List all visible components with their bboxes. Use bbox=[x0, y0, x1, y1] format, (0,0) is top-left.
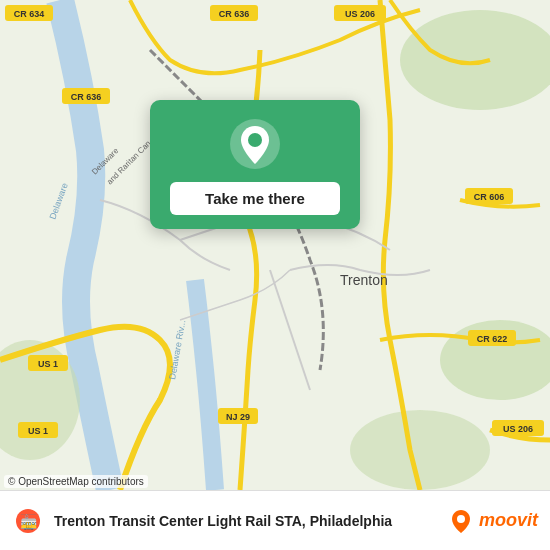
svg-text:CR 636: CR 636 bbox=[71, 92, 102, 102]
svg-text:CR 606: CR 606 bbox=[474, 192, 505, 202]
map-background: Delaware Delaware Riv... CR 634 CR 636 C… bbox=[0, 0, 550, 490]
svg-point-34 bbox=[457, 515, 465, 523]
moovit-brand-icon bbox=[447, 507, 475, 535]
moovit-brand-text: moovit bbox=[479, 510, 538, 531]
moovit-logo: moovit bbox=[447, 507, 538, 535]
bottom-bar: 🚋 Trenton Transit Center Light Rail STA,… bbox=[0, 490, 550, 550]
svg-text:NJ 29: NJ 29 bbox=[226, 412, 250, 422]
svg-point-4 bbox=[350, 410, 490, 490]
station-name: Trenton Transit Center Light Rail STA, P… bbox=[54, 513, 447, 529]
svg-text:Trenton: Trenton bbox=[340, 272, 388, 288]
svg-text:CR 634: CR 634 bbox=[14, 9, 45, 19]
svg-text:US 1: US 1 bbox=[28, 426, 48, 436]
svg-text:US 206: US 206 bbox=[345, 9, 375, 19]
map-container: Delaware Delaware Riv... CR 634 CR 636 C… bbox=[0, 0, 550, 490]
take-me-there-button[interactable]: Take me there bbox=[170, 182, 340, 215]
svg-point-31 bbox=[248, 133, 262, 147]
svg-text:US 1: US 1 bbox=[38, 359, 58, 369]
osm-attribution: © OpenStreetMap contributors bbox=[4, 475, 148, 488]
transit-icon: 🚋 bbox=[12, 505, 44, 537]
svg-text:US 206: US 206 bbox=[503, 424, 533, 434]
location-card: Take me there bbox=[150, 100, 360, 229]
svg-text:🚋: 🚋 bbox=[20, 514, 38, 531]
location-pin-icon bbox=[229, 118, 281, 170]
svg-text:CR 636: CR 636 bbox=[219, 9, 250, 19]
svg-text:CR 622: CR 622 bbox=[477, 334, 508, 344]
